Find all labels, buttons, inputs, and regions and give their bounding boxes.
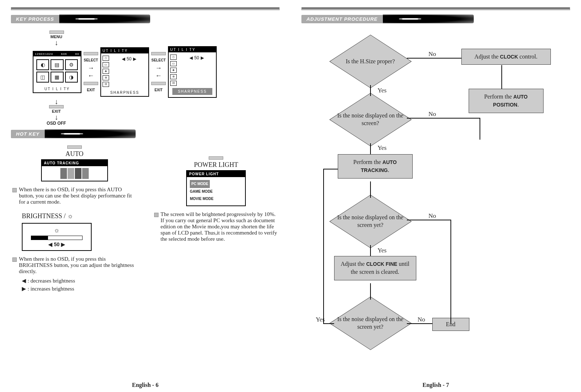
exit-button[interactable]	[49, 105, 64, 108]
section-title: KEY PROCESS	[11, 15, 59, 23]
auto-button[interactable]	[67, 145, 82, 149]
arrow-right-icon: →←	[155, 64, 162, 80]
util-title: UT I L I TY	[169, 47, 216, 52]
powerlight-osd: POWER LIGHT PC MODE GAME MODE MOVIE MODE	[186, 170, 246, 206]
select-label: SELECT	[151, 58, 165, 62]
bullet-icon	[12, 188, 17, 192]
osd-flow-row: 1280X102464K60 ◐ ▤ ⚙ ◫ ▦ ◑ UT I L I TY S…	[33, 46, 280, 98]
auto-tracking-osd: AUTO TRACKING	[41, 159, 108, 181]
powerlight-title: POWER LIGHT	[153, 161, 280, 169]
osd-main: 1280X102464K60 ◐ ▤ ⚙ ◫ ▦ ◑ UT I L I TY	[33, 51, 81, 93]
auto-desc: When there is no OSD, if you press this …	[12, 187, 137, 205]
auto-title: AUTO	[11, 150, 138, 158]
osd-icon: ◫	[36, 72, 49, 83]
arrow-down-icon: ↓	[33, 40, 80, 45]
mode-movie: MOVIE MODE	[190, 195, 242, 203]
powerlight-bar: POWER LIGHT	[187, 171, 245, 177]
page-right: ADJUSTMENT PROCEDURE Is the H.Size prope…	[290, 0, 581, 392]
exit-label: EXIT	[87, 88, 95, 92]
osd-res: 1280X1024	[35, 52, 53, 56]
osd-icon: ⚙	[65, 59, 78, 70]
decision-noise-1: Is the noise displayed on the screen?	[334, 96, 407, 143]
page-left: KEY PROCESS MENU ↓ 1280X102464K60 ◐ ▤ ⚙ …	[0, 0, 290, 392]
section-flare	[59, 15, 150, 23]
osd-icon: ◐	[36, 59, 49, 70]
section-title: ADJUSTMENT PROCEDURE	[301, 15, 383, 23]
util-title: UT I L I TY	[101, 48, 148, 53]
brightness-bar	[31, 236, 83, 240]
label-yes: Yes	[378, 247, 387, 254]
label-no: No	[429, 51, 436, 58]
auto-tracking-bar: AUTO TRACKING	[42, 160, 107, 166]
brightness-value: 50	[54, 241, 60, 247]
osd-utility-1: UT I L I TY ◇▭◈⊕⊟◀ 50 ▶ SHARPNESS	[100, 47, 149, 97]
osd-utility-2: UT I L I TY ◇▭◈⊕⊟◀ 50 ▶ SHARPNESS	[168, 46, 217, 98]
label-yes: Yes	[378, 87, 387, 94]
osd-khz: 64K	[61, 52, 67, 56]
util-footer: SHARPNESS	[101, 89, 148, 96]
section-key-process: KEY PROCESS	[11, 15, 280, 23]
arrow-right-icon: →←	[88, 64, 94, 80]
select-button[interactable]	[84, 52, 98, 55]
arrow-down-icon: ↓	[33, 115, 80, 119]
decision-noise-2: Is the noise displayed on the screen yet…	[334, 198, 407, 245]
top-rule-left	[11, 7, 280, 10]
mode-game: GAME MODE	[190, 188, 242, 195]
select-button[interactable]	[151, 52, 166, 55]
box-auto-tracking: Perform the AUTO TRACKING.	[338, 154, 413, 179]
util-value: 50	[194, 55, 199, 60]
box-auto-position: Perform the AUTO POSITION.	[469, 89, 544, 113]
exit-button[interactable]	[151, 82, 166, 85]
select-label: SELECT	[84, 58, 98, 62]
section-hot-key: HOT KEY	[11, 129, 280, 138]
powerlight-desc: The screen will be brightened progressiv…	[154, 211, 279, 242]
page-number-right: English - 7	[290, 382, 581, 388]
osd-off-label: OSD OFF	[33, 121, 80, 126]
util-value: 50	[127, 56, 131, 61]
label-no: No	[429, 111, 436, 118]
section-flare	[45, 129, 136, 138]
exit-label: EXIT	[155, 88, 163, 92]
powerlight-button[interactable]	[209, 156, 223, 160]
util-footer-selected: SHARPNESS	[172, 88, 212, 95]
hot-powerlight-col: POWER LIGHT POWER LIGHT PC MODE GAME MOD…	[153, 145, 280, 293]
page-number-left: English - 6	[0, 382, 290, 388]
decision-hsize: Is the H.Size proper?	[334, 38, 407, 85]
label-yes: Yes	[378, 144, 387, 152]
osd-icon: ◑	[65, 72, 78, 83]
osd-icon: ▦	[51, 72, 63, 83]
label-no: No	[418, 316, 425, 323]
osd-footer: UT I L I TY	[33, 85, 81, 92]
brightness-title: BRIGHTNESS / ☼	[22, 212, 138, 220]
mode-pc: PC MODE	[190, 180, 210, 188]
decision-noise-3: Is the noise displayed on the screen yet…	[334, 300, 407, 347]
arrow-down-icon: ↓	[33, 99, 80, 104]
hot-auto-col: AUTO AUTO TRACKING When there is no OSD,…	[11, 145, 138, 293]
label-no: No	[429, 212, 436, 220]
section-flare	[383, 15, 474, 23]
brightness-arrows: ◀ : decreases brightness ▶ : increases b…	[22, 277, 138, 292]
section-adjustment: ADJUSTMENT PROCEDURE	[301, 15, 570, 23]
top-rule-right	[301, 7, 570, 10]
box-clock-fine: Adjust the CLOCK FINE until the screen i…	[334, 256, 416, 280]
exit-button[interactable]	[84, 82, 98, 85]
box-clock: Adjust the CLOCK control.	[461, 49, 551, 65]
bullet-icon	[12, 257, 17, 262]
brightness-desc: When there is no OSD, if you press this …	[12, 256, 137, 275]
menu-button[interactable]	[49, 31, 64, 34]
osd-icon: ▤	[51, 59, 63, 70]
osd-hz: 60	[75, 52, 79, 56]
section-title: HOT KEY	[11, 130, 45, 138]
bullet-icon	[154, 213, 159, 217]
sun-icon: ☼	[24, 227, 89, 234]
brightness-osd: ☼ ◀ 50 ▶	[22, 223, 92, 251]
